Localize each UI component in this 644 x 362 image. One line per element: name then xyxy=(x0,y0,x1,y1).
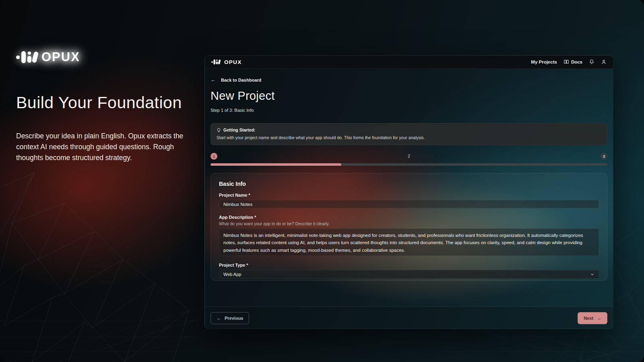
left-marketing-panel: OPUX Build Your Foundation Describe your… xyxy=(16,50,193,163)
lightbulb-icon xyxy=(217,128,221,132)
wizard-footer: ← Previous Next → xyxy=(205,306,613,329)
account-button[interactable] xyxy=(601,59,607,65)
back-link-label: Back to Dashboard xyxy=(221,78,261,82)
app-window: OPUX My Projects Docs xyxy=(204,55,613,329)
hero-description: Describe your idea in plain English. Opu… xyxy=(16,131,192,163)
project-name-input[interactable] xyxy=(219,200,599,208)
app-logo[interactable]: OPUX xyxy=(211,56,242,68)
app-description-textarea[interactable]: Nimbus Notes is an intelligent, minimali… xyxy=(219,228,599,256)
bell-icon xyxy=(589,59,594,65)
next-button[interactable]: Next → xyxy=(578,312,607,324)
getting-started-callout: Getting Started: Start with your project… xyxy=(211,123,607,145)
app-description-helper: What do you want your app to do or be? D… xyxy=(219,221,599,226)
next-button-label: Next xyxy=(584,316,593,321)
project-type-value: Web App xyxy=(223,272,241,277)
wizard-steps: 1 2 3 xyxy=(211,153,607,160)
nav-docs-label: Docs xyxy=(571,60,582,64)
nav-my-projects-link[interactable]: My Projects xyxy=(531,60,557,64)
nav-my-projects-label: My Projects xyxy=(531,60,557,64)
step-marker-1: 1 xyxy=(211,153,217,160)
project-type-label: Project Type * xyxy=(219,263,599,267)
app-wordmark: OPUX xyxy=(224,59,242,65)
step-marker-3: 3 xyxy=(601,153,607,160)
arrow-left-icon: ← xyxy=(217,315,221,321)
step-marker-2: 2 xyxy=(408,154,410,158)
step-indicator: Step 1 of 3: Basic Info xyxy=(211,108,607,113)
chevron-down-icon xyxy=(590,272,594,277)
callout-body: Start with your project name and describ… xyxy=(217,135,601,140)
opux-logo-icon xyxy=(211,60,220,65)
back-to-dashboard-link[interactable]: ← Back to Dashboard xyxy=(211,77,261,83)
app-header: OPUX My Projects Docs xyxy=(205,56,613,69)
header-nav: My Projects Docs xyxy=(531,59,607,65)
callout-header: Getting Started: xyxy=(217,128,601,132)
callout-title: Getting Started: xyxy=(223,128,255,132)
opux-logo-icon xyxy=(16,51,37,63)
previous-button[interactable]: ← Previous xyxy=(211,312,249,324)
app-description-label: App Description * xyxy=(219,215,599,220)
opux-brand-logo: OPUX xyxy=(16,50,193,64)
basic-info-card: Basic Info Project Name * App Descriptio… xyxy=(211,173,607,281)
brand-wordmark: OPUX xyxy=(41,50,80,64)
hero-heading: Build Your Foundation xyxy=(16,93,193,112)
project-name-label: Project Name * xyxy=(219,193,599,197)
notifications-button[interactable] xyxy=(589,59,594,65)
user-icon xyxy=(601,59,607,65)
project-type-select[interactable]: Web App xyxy=(219,270,599,279)
arrow-left-icon: ← xyxy=(211,77,216,83)
page-title: New Project xyxy=(211,89,607,103)
book-icon xyxy=(564,59,569,65)
card-title: Basic Info xyxy=(219,181,599,187)
nav-docs-link[interactable]: Docs xyxy=(564,59,582,65)
previous-button-label: Previous xyxy=(225,316,243,321)
progress-bar xyxy=(211,163,607,166)
app-body: ← Back to Dashboard New Project Step 1 o… xyxy=(205,69,613,329)
progress-fill xyxy=(211,163,341,166)
arrow-right-icon: → xyxy=(597,315,601,321)
